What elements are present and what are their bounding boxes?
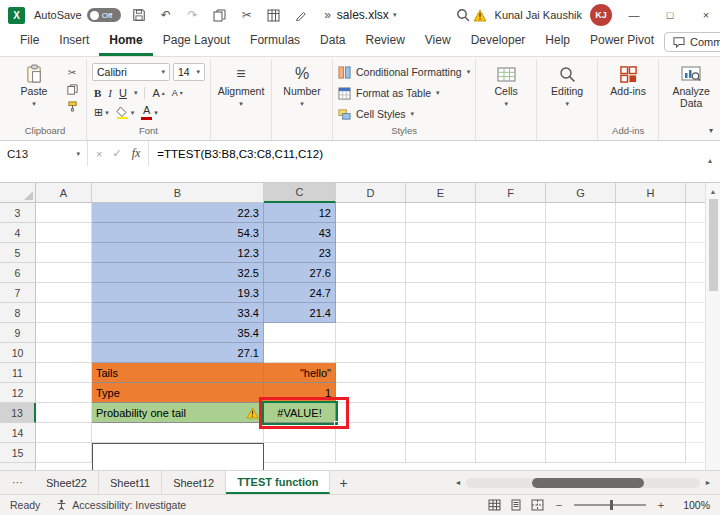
copy-icon[interactable]: [211, 6, 229, 24]
cell-C11[interactable]: "hello": [264, 363, 336, 383]
cell-C10[interactable]: [264, 343, 336, 363]
cell-A11[interactable]: [36, 363, 92, 383]
cell-H5[interactable]: [616, 243, 686, 263]
cell-C12[interactable]: 1: [264, 383, 336, 403]
row-header-8[interactable]: 8: [0, 303, 36, 323]
cell-H8[interactable]: [616, 303, 686, 323]
cell-E4[interactable]: [406, 223, 476, 243]
tab-home[interactable]: Home: [99, 29, 152, 56]
cut-icon[interactable]: ✂: [238, 6, 256, 24]
cell-F6[interactable]: [476, 263, 546, 283]
cell-H13[interactable]: [616, 403, 686, 423]
cell-G15[interactable]: [546, 443, 616, 463]
sheet-tab-sheet11[interactable]: Sheet11: [99, 471, 162, 494]
cell-A10[interactable]: [36, 343, 92, 363]
cell-B15[interactable]: [92, 443, 264, 463]
tab-power-pivot[interactable]: Power Pivot: [580, 29, 664, 56]
row-header-4[interactable]: 4: [0, 223, 36, 243]
cell-C13[interactable]: #VALUE!: [264, 403, 336, 423]
cell-B7[interactable]: 19.3: [92, 283, 264, 303]
column-header-B[interactable]: B: [92, 183, 264, 203]
column-header-F[interactable]: F: [476, 183, 546, 203]
cell-E13[interactable]: [406, 403, 476, 423]
cell-B6[interactable]: 32.5: [92, 263, 264, 283]
cell-H10[interactable]: [616, 343, 686, 363]
row-header-11[interactable]: 11: [0, 363, 36, 383]
cell-G12[interactable]: [546, 383, 616, 403]
cell-G6[interactable]: [546, 263, 616, 283]
number-button[interactable]: % Number ▾: [277, 61, 327, 108]
tab-formulas[interactable]: Formulas: [240, 29, 310, 56]
conditional-formatting-button[interactable]: Conditional Formatting ▾: [338, 63, 470, 81]
comments-button[interactable]: Comments: [664, 32, 720, 52]
sheet-tab-ttest-function[interactable]: TTEST function: [226, 471, 330, 494]
bold-button[interactable]: B: [94, 87, 101, 99]
row-header-14[interactable]: 14: [0, 423, 36, 443]
underline-dropdown-icon[interactable]: ▾: [134, 89, 138, 97]
normal-view-button[interactable]: [488, 499, 501, 511]
increase-font-button[interactable]: A▴: [152, 87, 164, 99]
cell-G9[interactable]: [546, 323, 616, 343]
cell-D5[interactable]: [336, 243, 406, 263]
cell-B11[interactable]: Tails: [92, 363, 264, 383]
sheet-tab-sheet22[interactable]: Sheet22: [35, 471, 99, 494]
cell-E11[interactable]: [406, 363, 476, 383]
horizontal-scroll-track[interactable]: [466, 478, 700, 488]
page-break-preview-button[interactable]: [531, 499, 544, 511]
decrease-font-button[interactable]: A▾: [172, 88, 183, 98]
tab-view[interactable]: View: [415, 29, 461, 56]
cell-F12[interactable]: [476, 383, 546, 403]
cell-H12[interactable]: [616, 383, 686, 403]
avatar[interactable]: KJ: [590, 4, 612, 26]
scroll-up-icon[interactable]: ▲: [706, 183, 720, 199]
cell-G5[interactable]: [546, 243, 616, 263]
cell-B4[interactable]: 54.3: [92, 223, 264, 243]
maximize-button[interactable]: □: [656, 0, 684, 30]
cell-A13[interactable]: [36, 403, 92, 423]
close-button[interactable]: ×: [692, 0, 720, 30]
cell-E9[interactable]: [406, 323, 476, 343]
undo-icon[interactable]: ↶: [157, 6, 175, 24]
cell-A7[interactable]: [36, 283, 92, 303]
cell-C7[interactable]: 24.7: [264, 283, 336, 303]
redo-icon[interactable]: ↷: [184, 6, 202, 24]
format-painter-button[interactable]: [63, 100, 81, 113]
tab-data[interactable]: Data: [310, 29, 355, 56]
cell-C15[interactable]: [264, 443, 336, 463]
cell-E6[interactable]: [406, 263, 476, 283]
cell-B13[interactable]: Probability one tail: [92, 403, 264, 423]
autosave-switch[interactable]: Off: [87, 8, 121, 22]
font-color-button[interactable]: A ▾: [141, 105, 158, 120]
new-sheet-button[interactable]: +: [330, 471, 356, 494]
name-box-dropdown-icon[interactable]: ▾: [76, 150, 80, 158]
cell-G7[interactable]: [546, 283, 616, 303]
cell-B8[interactable]: 33.4: [92, 303, 264, 323]
row-header-13[interactable]: 13: [0, 403, 36, 423]
cell-F9[interactable]: [476, 323, 546, 343]
row-header-10[interactable]: 10: [0, 343, 36, 363]
autosave-toggle[interactable]: AutoSave Off: [34, 8, 121, 22]
zoom-slider[interactable]: [574, 504, 646, 506]
addins-button[interactable]: Add-ins: [603, 61, 653, 98]
cell-E8[interactable]: [406, 303, 476, 323]
cell-E7[interactable]: [406, 283, 476, 303]
cell-A3[interactable]: [36, 203, 92, 223]
cell-D4[interactable]: [336, 223, 406, 243]
cell-D9[interactable]: [336, 323, 406, 343]
cell-A8[interactable]: [36, 303, 92, 323]
insert-function-button[interactable]: fx: [132, 146, 141, 161]
cell-D6[interactable]: [336, 263, 406, 283]
cell-F5[interactable]: [476, 243, 546, 263]
name-box[interactable]: C13 ▾: [0, 141, 88, 166]
cell-F15[interactable]: [476, 443, 546, 463]
cell-C5[interactable]: 23: [264, 243, 336, 263]
cell-G8[interactable]: [546, 303, 616, 323]
cell-D10[interactable]: [336, 343, 406, 363]
cell-F7[interactable]: [476, 283, 546, 303]
tab-developer[interactable]: Developer: [461, 29, 536, 56]
cell-E14[interactable]: [406, 423, 476, 443]
row-header-12[interactable]: 12: [0, 383, 36, 403]
tab-page-layout[interactable]: Page Layout: [153, 29, 240, 56]
cancel-button[interactable]: ×: [96, 148, 102, 160]
cell-H9[interactable]: [616, 323, 686, 343]
